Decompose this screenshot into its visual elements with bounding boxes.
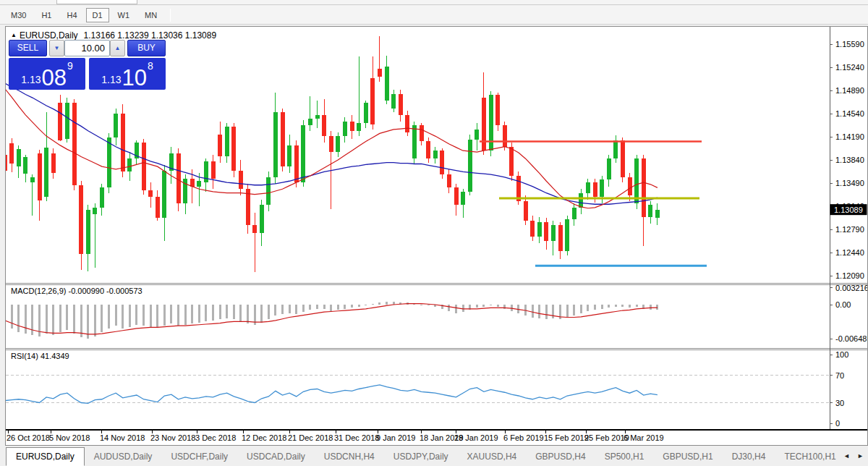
svg-text:1.14540: 1.14540 xyxy=(835,109,864,118)
tab-gbpusd-h1[interactable]: GBPUSD,H1 xyxy=(653,449,722,466)
svg-text:1.12790: 1.12790 xyxy=(835,225,864,234)
tab-scroll-controls: ◄ ► xyxy=(839,446,868,466)
toolbar-separator xyxy=(170,9,171,22)
svg-text:21 Dec 2018: 21 Dec 2018 xyxy=(288,433,333,442)
buy-price-pipette: 8 xyxy=(148,60,153,72)
macd-indicator-label: MACD(12,26,9) -0.000990 -0.000573 xyxy=(11,287,142,295)
svg-text:1.15240: 1.15240 xyxy=(835,63,864,72)
svg-text:-0.006485: -0.006485 xyxy=(835,334,867,343)
svg-text:100: 100 xyxy=(835,350,848,359)
volume-input[interactable] xyxy=(64,40,110,56)
svg-text:28 Jan 2019: 28 Jan 2019 xyxy=(454,433,498,442)
tab-usdcad-daily[interactable]: USDCAD,Daily xyxy=(237,449,315,466)
tab-audusd-daily[interactable]: AUDUSD,Daily xyxy=(85,449,162,466)
tab-usdjpy-daily[interactable]: USDJPY,Daily xyxy=(384,449,458,466)
svg-text:5 Nov 2018: 5 Nov 2018 xyxy=(49,433,90,442)
svg-text:0.00: 0.00 xyxy=(835,300,851,309)
timeframe-button-mn[interactable]: MN xyxy=(138,8,163,22)
tab-dj30-h4[interactable]: DJ30,H4 xyxy=(723,449,775,466)
volume-increase-button[interactable]: ▲ xyxy=(110,40,125,56)
svg-text:1.12090: 1.12090 xyxy=(835,271,864,280)
svg-text:15 Feb 2019: 15 Feb 2019 xyxy=(544,433,589,442)
tab-xauusd-h4[interactable]: XAUUSD,H4 xyxy=(458,449,527,466)
svg-text:1.14190: 1.14190 xyxy=(835,132,864,141)
sell-button[interactable]: SELL xyxy=(9,40,47,56)
rsi-indicator-label: RSI(14) 41.4349 xyxy=(11,352,69,360)
svg-text:12 Dec 2018: 12 Dec 2018 xyxy=(242,433,286,442)
timeframe-button-h4[interactable]: H4 xyxy=(60,8,83,22)
toolbar-remnant-box xyxy=(56,0,137,4)
tab-usdcnh-h4[interactable]: USDCNH,H4 xyxy=(315,449,384,466)
timeframe-toolbar: M30H1H4D1W1MN xyxy=(0,6,868,25)
svg-text:1.12440: 1.12440 xyxy=(835,248,864,257)
sell-price-prefix: 1.13 xyxy=(21,74,41,85)
tab-gbpusd-h4[interactable]: GBPUSD,H4 xyxy=(526,449,595,466)
svg-text:6 Mar 2019: 6 Mar 2019 xyxy=(624,433,664,442)
tab-eurusd-daily[interactable]: EURUSD,Daily xyxy=(6,447,85,466)
svg-text:1.14890: 1.14890 xyxy=(835,86,864,95)
tab-usdchf-daily[interactable]: USDCHF,Daily xyxy=(161,449,237,466)
sell-price-pipette: 9 xyxy=(67,60,73,72)
svg-text:23 Nov 2018: 23 Nov 2018 xyxy=(150,433,195,442)
tab-sp500-h1[interactable]: SP500,H1 xyxy=(595,449,654,466)
buy-price-big: 10 xyxy=(122,69,146,88)
svg-text:25 Feb 2019: 25 Feb 2019 xyxy=(584,433,629,442)
chart-window: 26 Oct 20185 Nov 201814 Nov 201823 Nov 2… xyxy=(5,26,868,446)
buy-quote-panel[interactable]: 1.13 10 8 xyxy=(89,58,166,90)
sell-price-big: 08 xyxy=(41,69,66,88)
window-top-toolbar-remnant xyxy=(0,0,868,5)
svg-text:31 Dec 2018: 31 Dec 2018 xyxy=(334,433,379,442)
svg-text:1.15590: 1.15590 xyxy=(835,40,864,48)
timeframe-button-w1[interactable]: W1 xyxy=(111,8,137,22)
svg-text:1.13490: 1.13490 xyxy=(835,179,864,187)
svg-text:30: 30 xyxy=(835,399,844,407)
svg-text:0.003216: 0.003216 xyxy=(835,284,867,292)
tab-scroll-right-icon[interactable]: ► xyxy=(857,452,864,459)
buy-price-prefix: 1.13 xyxy=(101,74,121,85)
chart-symbol-label: EURUSD,Daily xyxy=(20,30,78,41)
chart-ohlc-values: 1.13166 1.13239 1.13036 1.13089 xyxy=(84,30,217,41)
tab-scroll-left-icon[interactable]: ◄ xyxy=(843,452,850,459)
svg-text:9 Jan 2019: 9 Jan 2019 xyxy=(376,433,415,442)
svg-text:0: 0 xyxy=(835,419,840,428)
svg-text:3 Dec 2018: 3 Dec 2018 xyxy=(195,433,236,442)
svg-text:1.13840: 1.13840 xyxy=(835,156,864,164)
collapse-icon[interactable]: ▲ xyxy=(11,32,17,38)
chart-title: ▲EURUSD,Daily1.13166 1.13239 1.13036 1.1… xyxy=(11,30,216,41)
svg-text:70: 70 xyxy=(835,371,844,380)
one-click-trade-panel: SELL ▼ ▲ BUY 1.13 08 9 1.13 10 8 xyxy=(9,40,166,90)
svg-text:14 Nov 2018: 14 Nov 2018 xyxy=(100,433,145,442)
tab-tech100-h1[interactable]: TECH100,H1 xyxy=(775,449,845,466)
sell-quote-panel[interactable]: 1.13 08 9 xyxy=(9,58,85,90)
timeframe-button-m30[interactable]: M30 xyxy=(4,8,33,22)
svg-text:6 Feb 2019: 6 Feb 2019 xyxy=(503,433,544,442)
buy-button[interactable]: BUY xyxy=(127,40,166,56)
timeframe-button-d1[interactable]: D1 xyxy=(86,8,109,22)
symbol-tab-bar: EURUSD,DailyAUDUSD,DailyUSDCHF,DailyUSDC… xyxy=(0,446,868,466)
timeframe-button-h1[interactable]: H1 xyxy=(35,8,58,22)
svg-text:1.13089: 1.13089 xyxy=(834,206,863,214)
svg-text:26 Oct 2018: 26 Oct 2018 xyxy=(7,433,50,442)
volume-decrease-button[interactable]: ▼ xyxy=(49,40,64,56)
